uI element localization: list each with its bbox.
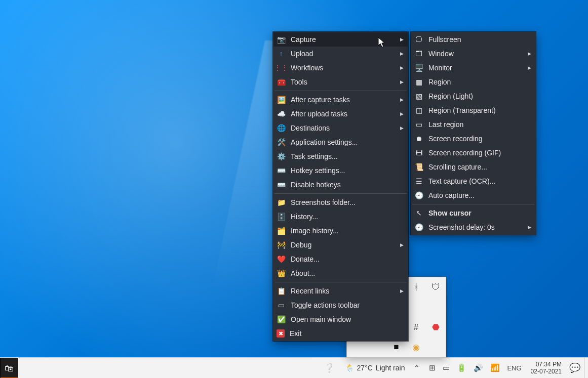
menu-item-application-settings[interactable]: 🛠️Application settings... bbox=[273, 135, 408, 149]
submenu-chevron-icon: ▶ bbox=[400, 111, 404, 116]
taskbar: 🛍 ❔ 🌦️ 27°C Light rain ⌃ ⊞ ▭ 🔋 🔊 📶 ENG 0… bbox=[0, 357, 588, 378]
menu-item-label: Destinations bbox=[291, 124, 395, 132]
submenu-chevron-icon: ▶ bbox=[528, 51, 531, 56]
help-taskbar-button[interactable]: ❔ bbox=[318, 358, 340, 378]
menu-item-open-main-window[interactable]: ✅Open main window bbox=[273, 312, 408, 326]
window-icon: 🗔 bbox=[414, 49, 423, 58]
history--icon: 🗄️ bbox=[277, 212, 286, 221]
menu-separator bbox=[275, 91, 407, 91]
menu-item-task-settings[interactable]: ⚙️Task settings... bbox=[273, 149, 408, 163]
menu-item-show-cursor[interactable]: ↖Show cursor bbox=[411, 206, 535, 220]
system-tray: ⊞ ▭ 🔋 🔊 📶 ENG bbox=[424, 358, 526, 378]
menu-item-capture[interactable]: 📷Capture▶ bbox=[273, 32, 408, 47]
menu-item-region[interactable]: ▦Region bbox=[411, 75, 535, 89]
menu-item-monitor[interactable]: 🖥️Monitor▶ bbox=[411, 61, 535, 75]
weather-temp: 27°C bbox=[357, 364, 373, 372]
menu-item-recent-links[interactable]: 📋Recent links▶ bbox=[273, 284, 408, 298]
screenshots-folder--icon: 📁 bbox=[277, 198, 286, 207]
region-transparent--icon: ◫ bbox=[414, 106, 423, 115]
empty bbox=[430, 341, 442, 353]
menu-item-label: Screen recording (GIF) bbox=[428, 149, 531, 157]
menu-item-screenshots-folder[interactable]: 📁Screenshots folder... bbox=[273, 195, 408, 209]
menu-item-screen-recording-gif[interactable]: 🎞Screen recording (GIF) bbox=[411, 146, 535, 160]
onedrive-icon[interactable]: ▭ bbox=[443, 363, 450, 372]
last-region-icon: ▭ bbox=[414, 120, 423, 129]
menu-item-donate[interactable]: ❤️Donate... bbox=[273, 252, 408, 266]
menu-item-last-region[interactable]: ▭Last region bbox=[411, 117, 535, 132]
menu-item-image-history[interactable]: 🗂️Image history... bbox=[273, 224, 408, 238]
debug-icon: 🚧 bbox=[277, 240, 286, 249]
menu-item-scrolling-capture[interactable]: 📜Scrolling capture... bbox=[411, 160, 535, 174]
menu-item-about[interactable]: 👑About... bbox=[273, 266, 408, 280]
menu-item-screenshot-delay-0s[interactable]: 🕘Screenshot delay: 0s▶ bbox=[411, 220, 535, 234]
menu-item-text-capture-ocr[interactable]: ☰Text capture (OCR)... bbox=[411, 174, 535, 188]
weather-desc: Light rain bbox=[376, 364, 405, 372]
screen-recording-gif--icon: 🎞 bbox=[414, 148, 423, 157]
menu-item-after-capture-tasks[interactable]: 🖼️After capture tasks▶ bbox=[273, 93, 408, 107]
menu-item-tools[interactable]: 🧰Tools▶ bbox=[273, 75, 408, 89]
meet-now-icon[interactable]: ⊞ bbox=[429, 363, 436, 372]
menu-item-region-light[interactable]: ▧Region (Light) bbox=[411, 89, 535, 103]
tools-icon: 🧰 bbox=[277, 77, 286, 87]
chrome-icon[interactable]: ◉ bbox=[410, 341, 422, 353]
menu-item-label: Auto capture... bbox=[428, 191, 531, 199]
weather-widget[interactable]: 🌦️ 27°C Light rain bbox=[340, 358, 410, 378]
scrolling-capture--icon: 📜 bbox=[414, 162, 423, 172]
slack-icon[interactable]: # bbox=[410, 321, 422, 333]
microsoft-store-taskbar-button[interactable]: 🛍 bbox=[0, 358, 18, 378]
menu-item-label: Toggle actions toolbar bbox=[291, 301, 404, 309]
submenu-chevron-icon: ▶ bbox=[400, 51, 404, 56]
menu-item-disable-hotkeys[interactable]: ⌨️Disable hotkeys bbox=[273, 178, 408, 192]
menu-item-debug[interactable]: 🚧Debug▶ bbox=[273, 238, 408, 252]
menu-item-label: Workflows bbox=[291, 64, 395, 72]
screenshot-delay-0s-icon: 🕘 bbox=[414, 223, 423, 232]
menu-item-window[interactable]: 🗔Window▶ bbox=[411, 47, 535, 61]
menu-item-label: Region (Transparent) bbox=[428, 106, 531, 114]
menu-item-toggle-actions-toolbar[interactable]: ▭Toggle actions toolbar bbox=[273, 298, 408, 312]
menu-item-label: Show cursor bbox=[428, 209, 531, 217]
defender-icon[interactable]: 🛡 bbox=[430, 281, 442, 293]
menu-item-workflows[interactable]: ⋮⋮Workflows▶ bbox=[273, 61, 408, 75]
menu-item-label: Open main window bbox=[291, 315, 404, 323]
submenu-chevron-icon: ▶ bbox=[400, 97, 404, 102]
show-cursor-icon: ↖ bbox=[414, 208, 423, 218]
empty bbox=[351, 341, 363, 353]
bluetooth-icon[interactable]: ᚼ bbox=[410, 281, 422, 293]
image-history--icon: 🗂️ bbox=[277, 226, 286, 235]
menu-item-exit[interactable]: ✖Exit bbox=[273, 326, 408, 341]
taskbar-clock[interactable]: 07:34 PM 02-07-2021 bbox=[527, 358, 566, 378]
menu-item-history[interactable]: 🗄️History... bbox=[273, 209, 408, 224]
menu-item-destinations[interactable]: 🌐Destinations▶ bbox=[273, 121, 408, 135]
menu-item-label: Debug bbox=[291, 241, 395, 249]
sharex-context-menu: 📷Capture▶↑Upload▶⋮⋮Workflows▶🧰Tools▶🖼️Af… bbox=[273, 32, 408, 341]
menu-item-label: Screenshot delay: 0s bbox=[428, 223, 523, 231]
menu-item-after-upload-tasks[interactable]: ☁️After upload tasks▶ bbox=[273, 107, 408, 121]
tray-overflow-button[interactable]: ⌃ bbox=[410, 358, 424, 378]
menu-item-fullscreen[interactable]: 🖵Fullscreen bbox=[411, 32, 535, 47]
battery-icon[interactable]: 🔋 bbox=[457, 363, 466, 372]
menu-item-label: Region (Light) bbox=[428, 92, 531, 100]
recent-links-icon: 📋 bbox=[277, 286, 286, 296]
language-indicator[interactable]: ENG bbox=[507, 364, 521, 372]
menu-item-upload[interactable]: ↑Upload▶ bbox=[273, 47, 408, 61]
after-capture-tasks-icon: 🖼️ bbox=[277, 95, 286, 104]
menu-item-label: History... bbox=[291, 213, 404, 221]
menu-item-hotkey-settings[interactable]: ⌨️Hotkey settings... bbox=[273, 163, 408, 178]
show-desktop-handle[interactable] bbox=[584, 358, 588, 378]
volume-icon[interactable]: 🔊 bbox=[474, 363, 483, 372]
menu-item-screen-recording[interactable]: ⏺Screen recording bbox=[411, 132, 535, 146]
wifi-icon[interactable]: 📶 bbox=[490, 363, 500, 372]
empty bbox=[410, 301, 422, 313]
menu-item-region-transparent[interactable]: ◫Region (Transparent) bbox=[411, 103, 535, 117]
expressvpn-icon[interactable]: ⬣ bbox=[430, 321, 442, 333]
auto-capture--icon: 🕘 bbox=[414, 191, 423, 200]
menu-item-label: Capture bbox=[291, 35, 395, 44]
submenu-chevron-icon: ▶ bbox=[400, 37, 404, 42]
workflows-icon: ⋮⋮ bbox=[277, 63, 286, 72]
nvidia-icon[interactable]: ■ bbox=[390, 341, 403, 353]
action-center-button[interactable]: 💬 bbox=[566, 358, 584, 378]
menu-item-auto-capture[interactable]: 🕘Auto capture... bbox=[411, 188, 535, 202]
weather-icon: 🌦️ bbox=[345, 364, 354, 372]
menu-separator bbox=[275, 193, 407, 194]
menu-item-label: Scrolling capture... bbox=[428, 163, 531, 171]
